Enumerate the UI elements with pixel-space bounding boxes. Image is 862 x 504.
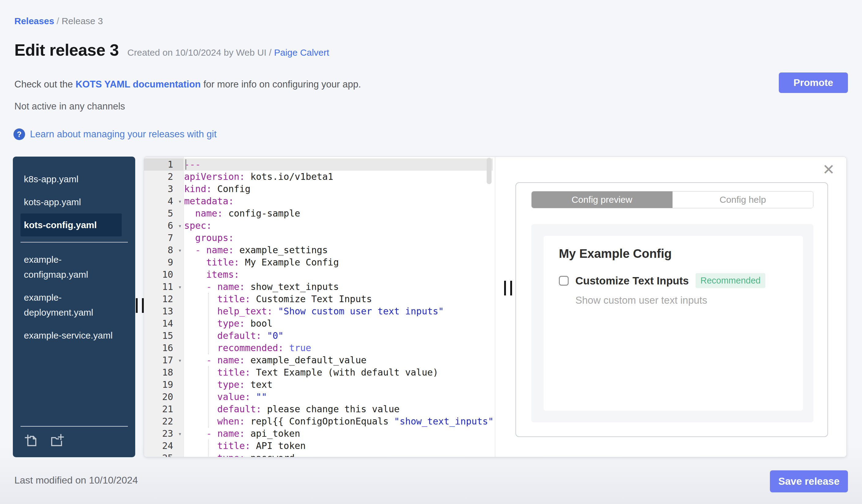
breadcrumb: Releases/Release 3 bbox=[14, 16, 103, 26]
code-line-23[interactable]: - name: api_token bbox=[184, 427, 493, 440]
sidebar-resize-handle[interactable] bbox=[136, 298, 144, 313]
file-label: k8s-app.yaml bbox=[24, 172, 78, 187]
breadcrumb-separator: / bbox=[54, 16, 62, 26]
file-label: kots-app.yaml bbox=[24, 195, 81, 210]
gutter-line-1: 1 bbox=[144, 158, 184, 171]
promote-button[interactable]: Promote bbox=[779, 72, 848, 93]
config-group-card: My Example Config Customize Text Inputs … bbox=[544, 236, 803, 411]
code-line-9[interactable]: title: My Example Config bbox=[184, 256, 493, 268]
code-line-13[interactable]: help_text: "Show custom user text inputs… bbox=[184, 305, 493, 317]
code-line-2[interactable]: apiVersion: kots.io/v1beta1 bbox=[184, 171, 493, 183]
preview-resize-handle[interactable] bbox=[504, 281, 512, 295]
code-line-12[interactable]: title: Customize Text Inputs bbox=[184, 293, 493, 305]
gutter-line-3: 3 bbox=[144, 183, 184, 195]
gutter-line-4: 4▾ bbox=[144, 195, 184, 207]
new-folder-icon[interactable] bbox=[49, 433, 64, 448]
close-icon[interactable]: ✕ bbox=[823, 162, 835, 177]
code-line-22[interactable]: when: repl{{ ConfigOptionEquals "show_te… bbox=[184, 415, 493, 427]
file-item-k8s-app-yaml[interactable]: k8s-app.yaml bbox=[21, 168, 122, 190]
editor-scrollbar[interactable] bbox=[487, 158, 492, 184]
fold-arrow-icon[interactable]: ▾ bbox=[178, 244, 182, 256]
code-line-16[interactable]: recommended: true bbox=[184, 342, 493, 354]
fold-arrow-icon[interactable]: ▾ bbox=[178, 427, 182, 440]
config-preview-panel: ✕ Config preview Config help My Example … bbox=[495, 157, 847, 457]
gutter-line-14: 14 bbox=[144, 317, 184, 330]
file-item-kots-config-yaml[interactable]: kots-config.yaml bbox=[21, 213, 122, 236]
preview-tabs: Config preview Config help bbox=[531, 191, 813, 208]
gutter-line-10: 10 bbox=[144, 268, 184, 281]
code-line-15[interactable]: default: "0" bbox=[184, 330, 493, 342]
config-item-row: Customize Text Inputs Recommended bbox=[559, 273, 765, 288]
file-label: example-configmap.yaml bbox=[24, 252, 119, 282]
title-row: Edit release 3 Created on 10/10/2024 by … bbox=[14, 40, 329, 59]
code-line-24[interactable]: title: API token bbox=[184, 440, 493, 452]
code-line-21[interactable]: default: please change this value bbox=[184, 403, 493, 415]
help-question-icon[interactable]: ? bbox=[13, 129, 25, 140]
gutter-line-5: 5 bbox=[144, 207, 184, 220]
fold-arrow-icon[interactable]: ▾ bbox=[178, 281, 182, 293]
edit-release-page: Releases/Release 3 Edit release 3 Create… bbox=[0, 0, 862, 504]
code-line-11[interactable]: - name: show_text_inputs bbox=[184, 281, 493, 293]
git-help-row: ? Learn about managing your releases wit… bbox=[13, 129, 217, 140]
code-line-3[interactable]: kind: Config bbox=[184, 183, 493, 195]
customize-text-inputs-checkbox[interactable] bbox=[559, 276, 569, 286]
docs-hint: Check out the KOTS YAML documentation fo… bbox=[14, 79, 361, 90]
code-line-1[interactable]: --- bbox=[184, 158, 493, 171]
fold-arrow-icon[interactable]: ▾ bbox=[178, 354, 182, 367]
code-line-20[interactable]: value: "" bbox=[184, 391, 493, 403]
config-preview-card: Config preview Config help My Example Co… bbox=[515, 182, 828, 437]
file-item-example-service-yaml[interactable]: example-service.yaml bbox=[21, 324, 122, 347]
config-item-label: Customize Text Inputs bbox=[575, 275, 689, 287]
kots-yaml-docs-link[interactable]: KOTS YAML documentation bbox=[76, 79, 201, 90]
code-line-17[interactable]: - name: example_default_value bbox=[184, 354, 493, 367]
gutter-line-25: 25 bbox=[144, 452, 184, 457]
tab-config-preview[interactable]: Config preview bbox=[532, 191, 672, 208]
gutter-line-16: 16 bbox=[144, 342, 184, 354]
file-label: example-service.yaml bbox=[24, 328, 113, 343]
breadcrumb-releases-link[interactable]: Releases bbox=[14, 16, 54, 26]
code-line-10[interactable]: items: bbox=[184, 268, 493, 281]
created-by-link[interactable]: Paige Calvert bbox=[274, 48, 329, 57]
code-line-5[interactable]: name: config-sample bbox=[184, 207, 493, 220]
gutter-line-22: 22 bbox=[144, 415, 184, 427]
channel-status: Not active in any channels bbox=[14, 101, 125, 112]
gutter-line-23: 23▾ bbox=[144, 427, 184, 440]
code-line-25[interactable]: type: password bbox=[184, 452, 493, 457]
gutter-line-13: 13 bbox=[144, 305, 184, 317]
sidebar-footer bbox=[21, 426, 128, 457]
code-editor: 1234▾56▾78▾91011▾121314151617▾1819202122… bbox=[144, 157, 847, 457]
file-label: kots-config.yaml bbox=[24, 217, 97, 233]
file-label: example-deployment.yaml bbox=[24, 290, 119, 320]
file-item-example-configmap-yaml[interactable]: example-configmap.yaml bbox=[21, 248, 122, 286]
file-item-example-deployment-yaml[interactable]: example-deployment.yaml bbox=[21, 286, 122, 324]
gutter-line-12: 12 bbox=[144, 293, 184, 305]
code-line-18[interactable]: title: Text Example (with default value) bbox=[184, 367, 493, 379]
save-release-button[interactable]: Save release bbox=[770, 470, 848, 492]
gutter-line-18: 18 bbox=[144, 367, 184, 379]
code-line-7[interactable]: groups: bbox=[184, 232, 493, 244]
code-line-8[interactable]: - name: example_settings bbox=[184, 244, 493, 256]
git-releases-link[interactable]: Learn about managing your releases with … bbox=[30, 129, 217, 140]
code-line-14[interactable]: type: bool bbox=[184, 317, 493, 330]
gutter-line-15: 15 bbox=[144, 330, 184, 342]
new-file-icon[interactable] bbox=[24, 433, 39, 448]
gutter-line-6: 6▾ bbox=[144, 220, 184, 232]
gutter-line-24: 24 bbox=[144, 440, 184, 452]
gutter-line-7: 7 bbox=[144, 232, 184, 244]
file-list-divider bbox=[21, 242, 128, 242]
docs-hint-post: for more info on configuring your app. bbox=[201, 79, 361, 90]
code-line-19[interactable]: type: text bbox=[184, 379, 493, 391]
fold-arrow-icon[interactable]: ▾ bbox=[178, 220, 182, 232]
file-sidebar: k8s-app.yamlkots-app.yamlkots-config.yam… bbox=[13, 157, 135, 457]
tab-config-help[interactable]: Config help bbox=[672, 191, 813, 208]
file-item-kots-app-yaml[interactable]: kots-app.yaml bbox=[21, 190, 122, 213]
code-line-4[interactable]: metadata: bbox=[184, 195, 493, 207]
code-content[interactable]: ---apiVersion: kots.io/v1beta1kind: Conf… bbox=[184, 157, 493, 457]
gutter-line-2: 2 bbox=[144, 171, 184, 183]
gutter-line-11: 11▾ bbox=[144, 281, 184, 293]
breadcrumb-current: Release 3 bbox=[62, 16, 103, 26]
gutter-line-21: 21 bbox=[144, 403, 184, 415]
config-group-title: My Example Config bbox=[559, 247, 672, 261]
fold-arrow-icon[interactable]: ▾ bbox=[178, 195, 182, 207]
code-line-6[interactable]: spec: bbox=[184, 220, 493, 232]
